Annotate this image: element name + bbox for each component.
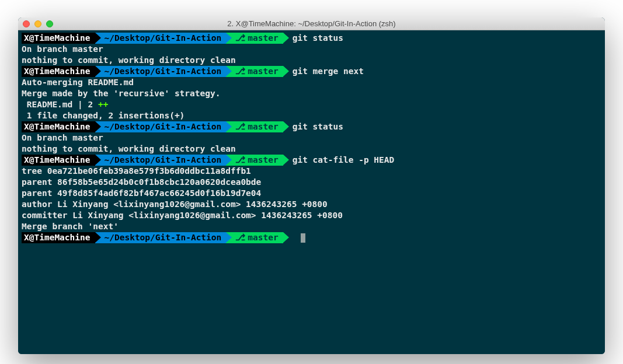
prompt-row: X@TimeMachine ~/Desktop/Git-In-Action ⎇m…: [18, 121, 605, 132]
prompt-branch-name: master: [248, 33, 278, 44]
prompt-user-segment: X@TimeMachine: [22, 33, 95, 44]
prompt-branch-segment: ⎇master: [226, 66, 283, 77]
output-line: Merge made by the 'recursive' strategy.: [18, 88, 605, 99]
output-line: tree 0ea721be06feb39a8e579f3b6d0ddbc11a8…: [18, 166, 605, 177]
git-branch-icon: ⎇: [235, 232, 245, 243]
output-line: parent 86f58b5e65d24b0c0f1b8cbc120a0620d…: [18, 177, 605, 188]
command-input[interactable]: git merge next: [283, 66, 364, 77]
prompt-path-segment: ~/Desktop/Git-In-Action: [95, 66, 227, 77]
prompt-path-segment: ~/Desktop/Git-In-Action: [95, 155, 227, 166]
command-input[interactable]: git status: [283, 33, 343, 44]
output-line: nothing to commit, working directory cle…: [18, 144, 605, 155]
prompt-branch-name: master: [248, 121, 278, 132]
git-branch-icon: ⎇: [235, 155, 245, 166]
window-title: 2. X@TimeMachine: ~/Desktop/Git-In-Actio…: [23, 19, 600, 28]
output-line: nothing to commit, working directory cle…: [18, 55, 605, 66]
window-titlebar[interactable]: 2. X@TimeMachine: ~/Desktop/Git-In-Actio…: [18, 18, 605, 30]
output-line: committer Li Xinyang <lixinyang1026@gmai…: [18, 210, 605, 221]
command-input[interactable]: git status: [283, 121, 343, 132]
prompt-row: X@TimeMachine ~/Desktop/Git-In-Action ⎇m…: [18, 66, 605, 77]
minimize-icon[interactable]: [34, 20, 41, 27]
prompt-branch-segment: ⎇master: [226, 33, 283, 44]
prompt-branch-name: master: [248, 66, 278, 77]
output-line: README.md | 2 ++: [18, 99, 605, 110]
prompt-user-segment: X@TimeMachine: [22, 232, 95, 243]
prompt-row: X@TimeMachine ~/Desktop/Git-In-Action ⎇m…: [18, 33, 605, 44]
prompt-path-segment: ~/Desktop/Git-In-Action: [95, 121, 227, 132]
maximize-icon[interactable]: [46, 20, 53, 27]
output-segment: ++: [98, 100, 108, 109]
prompt-user-segment: X@TimeMachine: [22, 121, 95, 132]
git-branch-icon: ⎇: [235, 66, 245, 77]
terminal-output[interactable]: X@TimeMachine ~/Desktop/Git-In-Action ⎇m…: [18, 30, 605, 354]
prompt-branch-segment: ⎇master: [226, 121, 283, 132]
git-branch-icon: ⎇: [235, 33, 245, 44]
output-segment: README.md | 2: [22, 100, 98, 109]
prompt-user-segment: X@TimeMachine: [22, 66, 95, 77]
output-line: Merge branch 'next': [18, 221, 605, 232]
prompt-path-segment: ~/Desktop/Git-In-Action: [95, 232, 227, 243]
prompt-row: X@TimeMachine ~/Desktop/Git-In-Action ⎇m…: [18, 155, 605, 166]
command-input[interactable]: git cat-file -p HEAD: [283, 155, 395, 166]
cursor: [301, 233, 305, 243]
prompt-user-segment: X@TimeMachine: [22, 155, 95, 166]
prompt-path-segment: ~/Desktop/Git-In-Action: [95, 33, 227, 44]
prompt-branch-name: master: [248, 232, 278, 243]
prompt-branch-segment: ⎇master: [226, 232, 283, 243]
output-line: On branch master: [18, 132, 605, 144]
output-line: On branch master: [18, 44, 605, 55]
prompt-row: X@TimeMachine ~/Desktop/Git-In-Action ⎇m…: [18, 232, 605, 243]
terminal-window: 2. X@TimeMachine: ~/Desktop/Git-In-Actio…: [18, 18, 605, 354]
git-branch-icon: ⎇: [235, 121, 245, 132]
output-line: author Li Xinyang <lixinyang1026@gmail.c…: [18, 199, 605, 210]
prompt-branch-segment: ⎇master: [226, 155, 283, 166]
output-line: 1 file changed, 2 insertions(+): [18, 110, 605, 121]
close-icon[interactable]: [23, 20, 30, 27]
traffic-lights: [23, 20, 53, 27]
output-line: Auto-merging README.md: [18, 77, 605, 88]
output-line: parent 49f8d85f4ad6f82bf467ac66245d0f16b…: [18, 188, 605, 199]
prompt-branch-name: master: [248, 155, 278, 166]
